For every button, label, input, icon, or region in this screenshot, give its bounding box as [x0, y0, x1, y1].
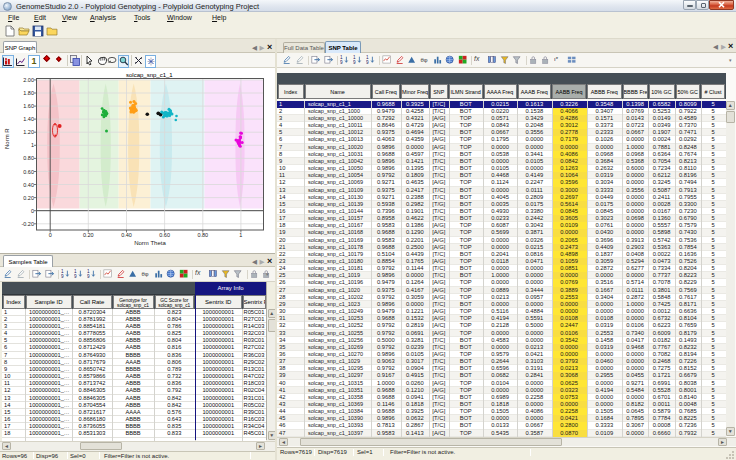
svg-text:θφ: θφ: [420, 57, 427, 63]
svg-text:9: 9: [61, 274, 64, 278]
svg-text:9: 9: [74, 274, 77, 278]
svg-text:θφ: θφ: [141, 271, 148, 277]
svg-text:9: 9: [366, 60, 369, 64]
svg-text:9: 9: [87, 274, 90, 278]
svg-text:9: 9: [340, 60, 343, 64]
svg-text:9: 9: [353, 60, 356, 64]
